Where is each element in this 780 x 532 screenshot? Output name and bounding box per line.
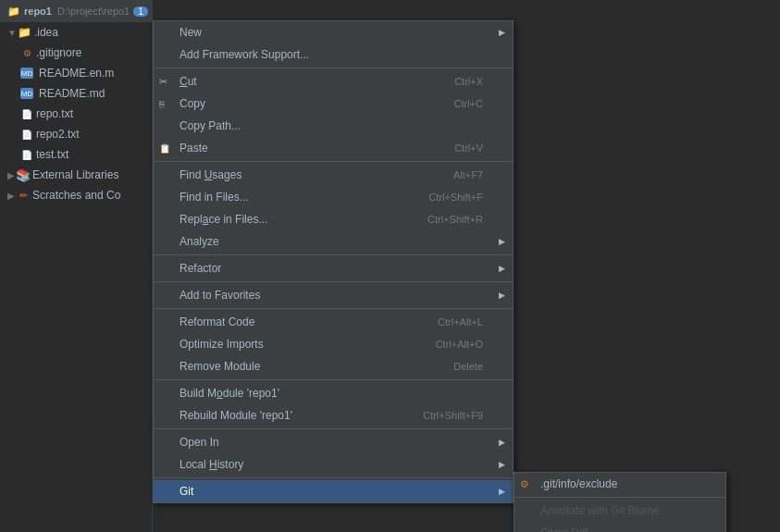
menu-item-label: Build Module 'repo1' bbox=[180, 387, 279, 400]
menu-item-rebuild-module[interactable]: Rebuild Module 'repo1' Ctrl+Shift+F9 bbox=[154, 404, 513, 427]
sidebar-item-label: .gitignore bbox=[36, 46, 81, 59]
arrow-icon: ↕ bbox=[520, 528, 525, 533]
sidebar-item-label: External Libraries bbox=[32, 168, 118, 181]
sidebar-item-repo2-txt[interactable]: 📄 repo2.txt bbox=[0, 124, 152, 144]
shortcut-remove: Delete bbox=[453, 361, 501, 372]
git-submenu: ⚙ .git/info/exclude Annotate with Git Bl… bbox=[514, 472, 726, 532]
git-submenu-item-show-diff[interactable]: ↕ Show Diff bbox=[514, 522, 725, 532]
shortcut-find-usages: Alt+F7 bbox=[453, 169, 501, 180]
folder-icon: 📁 bbox=[19, 26, 31, 39]
shortcut-find-files: Ctrl+Shift+F bbox=[428, 192, 501, 203]
separator-5 bbox=[154, 308, 513, 309]
menu-item-label: Replace in Files... bbox=[180, 213, 267, 226]
menu-item-label: Copy Path... bbox=[180, 119, 241, 132]
sidebar-item-label: README.md bbox=[39, 87, 105, 100]
menu-item-add-favorites[interactable]: Add to Favorites bbox=[154, 284, 513, 306]
project-path: D:\project\repo1 bbox=[57, 6, 130, 17]
menu-item-paste[interactable]: 📋 Paste Ctrl+V bbox=[154, 137, 513, 159]
menu-item-reformat[interactable]: Reformat Code Ctrl+Alt+L bbox=[154, 311, 513, 333]
menu-item-label: Local History bbox=[180, 458, 243, 471]
shortcut-paste: Ctrl+V bbox=[454, 142, 501, 154]
menu-item-find-files[interactable]: Find in Files... Ctrl+Shift+F bbox=[154, 186, 513, 208]
menu-item-label: Add Framework Support... bbox=[180, 48, 309, 61]
menu-item-add-framework[interactable]: Add Framework Support... bbox=[154, 43, 513, 66]
menu-item-label: Copy bbox=[180, 97, 205, 110]
sidebar-item-label: repo.txt bbox=[36, 107, 73, 120]
shortcut-rebuild: Ctrl+Shift+F9 bbox=[423, 410, 501, 421]
menu-item-label: Optimize Imports bbox=[180, 338, 264, 351]
sidebar-item-repo-txt[interactable]: 📄 repo.txt bbox=[0, 104, 152, 124]
shortcut-replace-files: Ctrl+Shift+R bbox=[427, 214, 501, 225]
separator-4 bbox=[154, 281, 513, 282]
paste-icon: 📋 bbox=[159, 143, 170, 154]
expand-arrow3: ▶ bbox=[7, 191, 15, 201]
project-folder-icon: 📁 bbox=[7, 6, 20, 18]
sidebar-item-idea[interactable]: ▼ 📁 .idea bbox=[0, 22, 152, 43]
sidebar-item-readme[interactable]: MD README.md bbox=[0, 83, 152, 104]
menu-item-label: Rebuild Module 'repo1' bbox=[180, 409, 292, 422]
txt-icon3: 📄 bbox=[20, 148, 33, 161]
separator-6 bbox=[154, 379, 513, 380]
lib-icon: 📚 bbox=[17, 168, 30, 181]
sidebar-item-label: test.txt bbox=[36, 148, 68, 161]
separator-8 bbox=[154, 477, 513, 478]
sidebar-item-readme-en[interactable]: MD README.en.m bbox=[0, 63, 152, 83]
shortcut-reformat: Ctrl+Alt+L bbox=[438, 316, 501, 328]
menu-item-label: Git bbox=[180, 485, 193, 498]
menu-item-label: Reformat Code bbox=[180, 315, 254, 328]
menu-item-label: Analyze bbox=[180, 235, 219, 248]
menu-item-find-usages[interactable]: Find Usages Alt+F7 bbox=[154, 164, 513, 186]
menu-item-copy-path[interactable]: Copy Path... bbox=[154, 115, 513, 137]
menu-item-remove-module[interactable]: Remove Module Delete bbox=[154, 355, 513, 377]
expand-arrow: ▼ bbox=[7, 28, 17, 38]
menu-item-local-history[interactable]: Local History bbox=[154, 453, 513, 476]
separator-3 bbox=[154, 254, 513, 255]
menu-item-git[interactable]: Git bbox=[154, 480, 513, 502]
git-repo-icon: ⚙ bbox=[520, 478, 529, 490]
menu-item-replace-files[interactable]: Replace in Files... Ctrl+Shift+R bbox=[154, 208, 513, 230]
menu-item-cut[interactable]: ✂ Cut Ctrl+X bbox=[154, 70, 513, 93]
sidebar-item-test-txt[interactable]: 📄 test.txt bbox=[0, 144, 152, 165]
sidebar-item-gitignore[interactable]: ⚙ .gitignore bbox=[0, 43, 152, 63]
menu-item-label: Remove Module bbox=[180, 360, 260, 373]
menu-item-label: New bbox=[180, 26, 202, 39]
md-icon: MD bbox=[20, 68, 33, 79]
menu-item-label: Annotate with Git Blame bbox=[540, 504, 660, 517]
shortcut-cut: Ctrl+X bbox=[454, 76, 501, 87]
menu-item-new[interactable]: New bbox=[154, 21, 513, 43]
menu-item-open-in[interactable]: Open In bbox=[154, 431, 513, 453]
menu-item-refactor[interactable]: Refactor bbox=[154, 257, 513, 279]
sidebar-item-label: Scratches and Co bbox=[32, 189, 120, 202]
shortcut-copy: Ctrl+C bbox=[454, 98, 501, 109]
shortcut-optimize: Ctrl+Alt+O bbox=[436, 339, 501, 350]
menu-item-optimize[interactable]: Optimize Imports Ctrl+Alt+O bbox=[154, 333, 513, 355]
sidebar-item-ext-libs[interactable]: ▶ 📚 External Libraries bbox=[0, 165, 152, 185]
project-header: 📁 repo1 D:\project\repo1 1 bbox=[0, 0, 152, 22]
copy-icon: ⎘ bbox=[159, 99, 165, 109]
git-submenu-item-annotate[interactable]: Annotate with Git Blame bbox=[514, 500, 725, 522]
project-badge: 1 bbox=[133, 6, 148, 17]
git-submenu-item-info-exclude[interactable]: ⚙ .git/info/exclude bbox=[514, 473, 725, 495]
file-tree-sidebar: 📁 repo1 D:\project\repo1 1 ▼ 📁 .idea ⚙ .… bbox=[0, 0, 153, 532]
menu-item-copy[interactable]: ⎘ Copy Ctrl+C bbox=[154, 93, 513, 115]
menu-item-label: Open In bbox=[180, 436, 219, 449]
git-sep-1 bbox=[514, 497, 725, 498]
menu-item-analyze[interactable]: Analyze bbox=[154, 230, 513, 253]
menu-item-label: Add to Favorites bbox=[180, 289, 260, 302]
context-menu: New Add Framework Support... ✂ Cut Ctrl+… bbox=[153, 20, 514, 503]
txt-icon2: 📄 bbox=[20, 128, 33, 141]
menu-item-build-module[interactable]: Build Module 'repo1' bbox=[154, 382, 513, 404]
menu-item-label: Show Diff bbox=[540, 526, 588, 532]
separator-1 bbox=[154, 68, 513, 68]
menu-item-label: Find Usages bbox=[180, 168, 241, 181]
menu-item-label: Refactor bbox=[180, 262, 221, 275]
menu-item-label: .git/info/exclude bbox=[540, 477, 617, 490]
project-name: repo1 bbox=[24, 6, 52, 17]
sidebar-item-label: .idea bbox=[34, 26, 58, 39]
menu-item-label: Paste bbox=[180, 142, 208, 155]
scratch-icon: ✏ bbox=[17, 189, 30, 202]
md-icon2: MD bbox=[20, 88, 33, 99]
sidebar-item-scratches[interactable]: ▶ ✏ Scratches and Co bbox=[0, 185, 152, 205]
sidebar-item-label: repo2.txt bbox=[36, 128, 80, 141]
cut-icon: ✂ bbox=[159, 76, 167, 88]
